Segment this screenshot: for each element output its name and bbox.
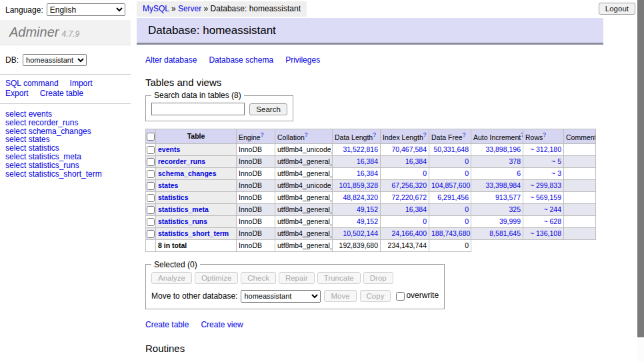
cell-auto-increment-link[interactable]: 6 — [517, 169, 521, 177]
table-name-link[interactable]: events — [158, 145, 180, 153]
table-name-link[interactable]: schema_changes — [158, 169, 217, 177]
table-name-link[interactable]: recorder_runs — [158, 157, 205, 165]
table-name-link[interactable]: statistics_short_term — [158, 229, 229, 237]
cell-rows-link[interactable]: ~ 244 — [543, 205, 561, 213]
cell-auto-increment-link[interactable]: 8,581,645 — [489, 229, 521, 237]
check-button[interactable]: Check — [241, 272, 276, 284]
row-checkbox[interactable] — [147, 146, 155, 154]
search-button[interactable]: Search — [249, 103, 287, 115]
cell-data-length-link[interactable]: 31,522,816 — [343, 145, 378, 153]
cell-rows-link[interactable]: ~ 569,159 — [530, 193, 561, 201]
cell-data-length-link[interactable]: 16,384 — [357, 169, 378, 177]
column-help-link[interactable]: ? — [423, 131, 427, 138]
column-help-link[interactable]: ? — [463, 131, 466, 138]
cell-auto-increment-link[interactable]: 325 — [509, 205, 521, 213]
table-name-link[interactable]: states — [158, 181, 178, 189]
column-help-link[interactable]: ? — [261, 131, 264, 138]
row-checkbox[interactable] — [147, 158, 155, 166]
cell-auto-increment-link[interactable]: 39,999 — [499, 217, 521, 225]
cell-comment — [564, 215, 596, 227]
breadcrumb-item[interactable]: Server — [178, 4, 201, 13]
cell-data-free-link[interactable]: 0 — [465, 157, 469, 165]
cell-rows-link[interactable]: ~ 5 — [551, 157, 561, 165]
breadcrumb-item[interactable]: MySQL — [143, 4, 169, 13]
cell-auto-increment-link[interactable]: 378 — [509, 157, 521, 165]
create-table-link[interactable]: Create table — [145, 320, 189, 329]
scrollbar-thumb[interactable] — [637, 0, 644, 337]
sidebar-select-events[interactable]: select events — [5, 110, 125, 119]
truncate-button[interactable]: Truncate — [317, 272, 361, 284]
sidebar-link-sql-command[interactable]: SQL command — [5, 79, 59, 88]
cell-index-length-link[interactable]: 16,384 — [405, 205, 427, 213]
copy-button[interactable]: Copy — [360, 290, 391, 302]
table-name-link[interactable]: statistics — [158, 193, 189, 201]
cell-index-length-link[interactable]: 0 — [423, 169, 427, 177]
repair-button[interactable]: Repair — [279, 272, 315, 284]
language-label: Language: — [5, 5, 43, 15]
optimize-button[interactable]: Optimize — [195, 272, 238, 284]
cell-data-length-link[interactable]: 10,502,144 — [343, 229, 378, 237]
cell-data-free-link[interactable]: 0 — [465, 217, 469, 225]
cell-data-free-link[interactable]: 104,857,600 — [431, 181, 470, 189]
db-link-alter-database[interactable]: Alter database — [145, 55, 197, 65]
row-checkbox[interactable] — [147, 206, 155, 214]
table-name-link[interactable]: statistics_meta — [158, 205, 209, 213]
cell-data-free-link[interactable]: 188,743,680 — [431, 229, 470, 237]
sidebar-link-create-table[interactable]: Create table — [40, 89, 83, 98]
search-input[interactable] — [151, 103, 245, 115]
cell-index-length-link[interactable]: 16,384 — [405, 157, 427, 165]
cell-engine: InnoDB — [237, 155, 275, 167]
select-all-checkbox[interactable] — [147, 133, 155, 141]
cell-auto-increment-link[interactable]: 33,898,196 — [485, 145, 521, 153]
cell-index-length-link[interactable]: 24,166,400 — [391, 229, 427, 237]
row-checkbox[interactable] — [147, 230, 155, 238]
vertical-scrollbar[interactable] — [637, 0, 644, 362]
cell-data-free-link[interactable]: 0 — [465, 169, 469, 177]
column-help-link[interactable]: ? — [305, 131, 308, 138]
cell-data-length-link[interactable]: 16,384 — [357, 157, 378, 165]
cell-rows-link[interactable]: ~ 628 — [543, 217, 561, 225]
cell-data-length-link[interactable]: 49,152 — [357, 217, 378, 225]
db-link-database-schema[interactable]: Database schema — [209, 55, 273, 65]
cell-data-length-link[interactable]: 101,859,328 — [339, 181, 378, 189]
drop-button[interactable]: Drop — [363, 272, 393, 284]
row-checkbox[interactable] — [147, 218, 155, 226]
table-name-link[interactable]: statistics_runs — [158, 217, 207, 225]
cell-rows-link[interactable]: ~ 136,108 — [530, 229, 561, 237]
column-help-link[interactable]: ? — [543, 131, 546, 138]
row-checkbox[interactable] — [147, 182, 155, 190]
cell-data-free-link[interactable]: 6,291,456 — [437, 193, 469, 201]
cell-data-length-link[interactable]: 48,824,320 — [343, 193, 378, 201]
analyze-button[interactable]: Analyze — [151, 272, 192, 284]
language-select[interactable]: English — [47, 3, 125, 16]
cell-data-length: 31,522,816 — [333, 143, 381, 155]
db-select[interactable]: homeassistant — [23, 54, 87, 66]
sidebar-link-export[interactable]: Export — [5, 89, 29, 98]
sidebar-select-statistics_runs[interactable]: select statistics_runs — [5, 161, 125, 170]
sidebar-select-statistics_meta[interactable]: select statistics_meta — [5, 153, 125, 161]
db-link-privileges[interactable]: Privileges — [285, 55, 320, 65]
cell-data-free-link[interactable]: 50,331,648 — [433, 145, 469, 153]
row-checkbox[interactable] — [147, 170, 155, 178]
cell-index-length-link[interactable]: 67,256,320 — [391, 181, 427, 189]
cell-index-length-link[interactable]: 0 — [423, 217, 427, 225]
row-checkbox[interactable] — [147, 194, 155, 202]
cell-index-length-link[interactable]: 72,220,672 — [391, 193, 427, 201]
create-view-link[interactable]: Create view — [201, 320, 243, 329]
cell-auto-increment-link[interactable]: 33,398,984 — [485, 181, 521, 189]
sidebar-select-recorder_runs[interactable]: select recorder_runs — [5, 119, 125, 127]
move-database-select[interactable]: homeassistant — [241, 290, 321, 303]
cell-auto-increment-link[interactable]: 913,577 — [495, 193, 521, 201]
cell-rows-link[interactable]: ~ 312,180 — [530, 145, 561, 153]
move-button[interactable]: Move — [324, 290, 356, 302]
cell-rows-link[interactable]: ~ 299,833 — [530, 181, 561, 189]
cell-index-length-link[interactable]: 70,467,584 — [391, 145, 427, 153]
cell-data-free-link[interactable]: 0 — [465, 205, 469, 213]
cell-data-length-link[interactable]: 49,152 — [357, 205, 378, 213]
logout-button[interactable]: Logout — [599, 3, 635, 15]
overwrite-checkbox[interactable] — [396, 292, 405, 301]
column-help-link[interactable]: ? — [373, 131, 376, 138]
sidebar-link-import[interactable]: Import — [70, 79, 93, 88]
cell-rows-link[interactable]: ~ 3 — [551, 169, 561, 177]
sidebar-select-statistics_short_term[interactable]: select statistics_short_term — [5, 170, 125, 179]
